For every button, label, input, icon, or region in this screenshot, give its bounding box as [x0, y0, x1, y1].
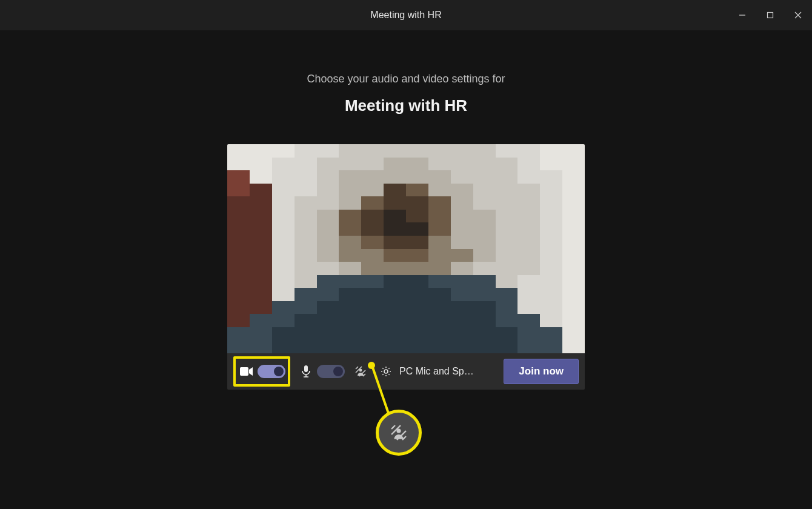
join-now-button[interactable]: Join now: [504, 359, 579, 384]
prejoin-subtitle: Choose your audio and video settings for: [0, 73, 812, 85]
svg-line-14: [391, 425, 395, 429]
window-controls: [728, 0, 812, 30]
microphone-toggle[interactable]: [317, 365, 345, 378]
meeting-name: Meeting with HR: [0, 96, 812, 115]
svg-point-18: [396, 428, 401, 433]
camera-icon: [239, 364, 254, 379]
svg-point-13: [384, 370, 388, 373]
svg-point-12: [359, 369, 362, 372]
background-effects-icon[interactable]: [353, 364, 368, 379]
camera-toggle[interactable]: [258, 365, 285, 378]
camera-toggle-highlight: [233, 356, 290, 387]
titlebar: Meeting with HR: [0, 0, 812, 30]
device-settings-icon[interactable]: [379, 364, 393, 379]
prejoin-panel: Choose your audio and video settings for…: [0, 73, 812, 390]
preview-card: PC Mic and Sp… Join now: [227, 144, 585, 390]
svg-rect-4: [240, 367, 248, 376]
svg-line-8: [356, 367, 358, 369]
maximize-button[interactable]: [756, 0, 784, 30]
microphone-icon: [299, 364, 313, 379]
close-button[interactable]: [784, 0, 812, 30]
svg-rect-5: [304, 365, 308, 372]
window-title: Meeting with HR: [370, 10, 441, 21]
annotation-circle: [376, 410, 422, 456]
device-label[interactable]: PC Mic and Sp…: [399, 366, 474, 377]
background-effects-icon: [389, 423, 408, 442]
minimize-button[interactable]: [728, 0, 756, 30]
camera-preview: [227, 144, 585, 353]
svg-rect-1: [768, 13, 773, 18]
prejoin-controls: PC Mic and Sp… Join now: [227, 353, 585, 390]
annotation-dot: [368, 362, 375, 369]
